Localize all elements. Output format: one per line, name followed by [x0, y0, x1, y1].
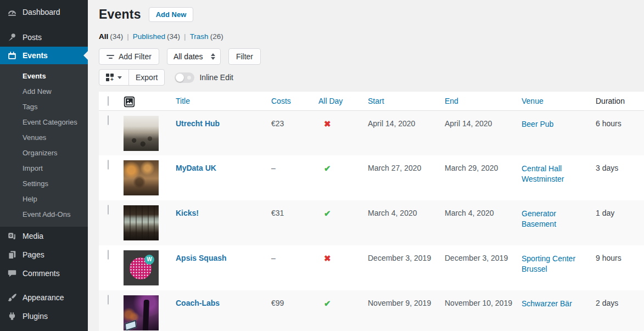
all-day-indicator: ✔	[324, 299, 331, 308]
dates-select[interactable]: All dates	[167, 48, 221, 65]
filter-bar: Add Filter All dates Filter	[99, 48, 644, 65]
column-header-title[interactable]: Title	[176, 92, 271, 110]
paintbrush-icon	[7, 292, 18, 303]
end-date-cell: March 29, 2020	[445, 155, 522, 200]
table-row: W Apsis Squash – ✖ December 3, 2019 Dece…	[99, 245, 644, 290]
sidebar-subitem-venues[interactable]: Venues	[0, 130, 88, 145]
end-date-cell: December 3, 2019	[445, 245, 522, 290]
sidebar-subitem-import[interactable]: Import	[0, 161, 88, 176]
sidebar-subitem-tags[interactable]: Tags	[0, 99, 88, 115]
duration-cell: 9 hours	[596, 254, 621, 262]
select-all-checkbox[interactable]	[108, 96, 109, 106]
row-checkbox[interactable]	[108, 115, 109, 125]
event-title-link[interactable]: Coach-Labs	[176, 299, 220, 307]
venue-link[interactable]: Generator Basement	[522, 209, 591, 229]
costs-cell: –	[271, 245, 318, 290]
sidebar-item-plugins[interactable]: Plugins	[0, 307, 88, 326]
event-title-link[interactable]: Kicks!	[176, 209, 199, 217]
row-checkbox[interactable]	[108, 250, 109, 260]
start-date-cell: March 4, 2020	[368, 200, 445, 245]
venue-link[interactable]: Beer Pub	[522, 119, 553, 130]
column-header-end[interactable]: End	[445, 92, 522, 110]
costs-cell: –	[271, 155, 318, 200]
speaker-silhouette	[143, 300, 149, 330]
event-title-link[interactable]: Apsis Squash	[176, 254, 227, 262]
add-new-button[interactable]: Add New	[149, 7, 194, 22]
view-trash-link[interactable]: Trash(26)	[190, 32, 223, 41]
event-title-link[interactable]: Utrecht Hub	[176, 119, 220, 128]
view-filter-links: All(34) | Published(34) | Trash(26)	[99, 31, 644, 41]
sidebar-subitem-settings[interactable]: Settings	[0, 176, 88, 192]
sidebar-subitem-events[interactable]: Events	[0, 69, 88, 84]
event-thumbnail	[124, 205, 159, 240]
column-header-venue[interactable]: Venue	[522, 92, 596, 110]
sidebar-item-appearance[interactable]: Appearance	[0, 288, 88, 307]
table-row: Coach-Labs €99 ✔ November 9, 2019 Novemb…	[99, 290, 644, 331]
all-day-indicator: ✖	[324, 119, 331, 129]
export-button[interactable]: Export	[128, 70, 164, 85]
start-date-cell: March 27, 2020	[368, 155, 445, 200]
sidebar-item-comments[interactable]: Comments	[0, 264, 88, 283]
sidebar-item-label: Comments	[23, 269, 60, 278]
events-submenu: Events Add New Tags Event Categories Ven…	[0, 64, 88, 227]
toggle-knob	[176, 74, 184, 82]
sidebar-item-partial[interactable]	[0, 326, 88, 331]
row-checkbox[interactable]	[108, 160, 109, 170]
sidebar-item-label: Dashboard	[23, 8, 60, 16]
table-row: MyData UK – ✔ March 27, 2020 March 29, 2…	[99, 155, 644, 200]
start-date-cell: December 3, 2019	[368, 245, 445, 290]
sidebar-item-media[interactable]: Media	[0, 227, 88, 245]
row-checkbox[interactable]	[108, 205, 109, 215]
sidebar-subitem-organizers[interactable]: Organizers	[0, 145, 88, 161]
all-day-indicator: ✖	[324, 254, 331, 263]
start-date-cell: November 9, 2019	[368, 290, 445, 331]
sidebar-item-label: Appearance	[23, 293, 64, 302]
event-title-link[interactable]: MyData UK	[176, 164, 216, 172]
sidebar-item-label: Pages	[23, 250, 44, 259]
sidebar-item-label: Media	[23, 232, 43, 240]
venue-link[interactable]: Schwarzer Bär	[522, 299, 572, 309]
start-date-cell: April 14, 2020	[368, 110, 445, 155]
event-thumbnail	[124, 295, 159, 330]
sidebar-subitem-help[interactable]: Help	[0, 192, 88, 207]
sidebar-item-label: Events	[23, 51, 48, 60]
sidebar-item-dashboard[interactable]: Dashboard	[0, 3, 88, 21]
sidebar-subitem-add-new[interactable]: Add New	[0, 84, 88, 99]
table-row: Kicks! €31 ✔ March 4, 2020 March 4, 2020…	[99, 200, 644, 245]
calendar-icon	[7, 50, 18, 61]
events-table: Title Costs All Day Start End Venue Dura…	[99, 92, 644, 331]
menu-separator	[0, 283, 88, 288]
event-thumbnail	[124, 116, 159, 151]
view-published-link[interactable]: Published(34)	[133, 32, 180, 41]
column-header-costs[interactable]: Costs	[271, 92, 318, 110]
row-checkbox[interactable]	[108, 295, 109, 305]
add-filter-button[interactable]: Add Filter	[99, 48, 159, 65]
wordpress-badge: W	[144, 255, 154, 265]
separator: |	[184, 32, 186, 41]
costs-cell: €23	[271, 110, 318, 155]
sidebar-subitem-event-add-ons[interactable]: Event Add-Ons	[0, 207, 88, 222]
table-row: Utrecht Hub €23 ✖ April 14, 2020 April 1…	[99, 110, 644, 155]
sidebar-subitem-event-categories[interactable]: Event Categories	[0, 115, 88, 130]
image-column-icon[interactable]	[124, 96, 135, 109]
venue-link[interactable]: Central Hall Westminster	[522, 164, 591, 184]
duration-cell: 2 days	[596, 299, 618, 307]
column-header-start[interactable]: Start	[368, 92, 445, 110]
page-title: Events	[99, 7, 141, 22]
toggle-dot	[187, 76, 191, 80]
separator: |	[127, 32, 129, 41]
sidebar-item-events[interactable]: Events	[0, 47, 88, 64]
columns-picker-button[interactable]: +	[99, 70, 128, 85]
venue-link[interactable]: Sporting Center Brussel	[522, 254, 591, 274]
sidebar-item-pages[interactable]: Pages	[0, 245, 88, 264]
sidebar-item-posts[interactable]: Posts	[0, 28, 88, 47]
inline-edit-toggle[interactable]	[175, 72, 194, 83]
filter-button[interactable]: Filter	[228, 48, 261, 65]
sidebar-item-label: Posts	[23, 33, 42, 42]
column-header-all-day[interactable]: All Day	[318, 92, 368, 110]
end-date-cell: April 14, 2020	[445, 110, 522, 155]
sort-arrows-icon	[211, 53, 215, 60]
duration-cell: 6 hours	[596, 119, 621, 128]
filter-lines-icon	[107, 55, 114, 59]
view-all-link[interactable]: All(34)	[99, 32, 123, 41]
